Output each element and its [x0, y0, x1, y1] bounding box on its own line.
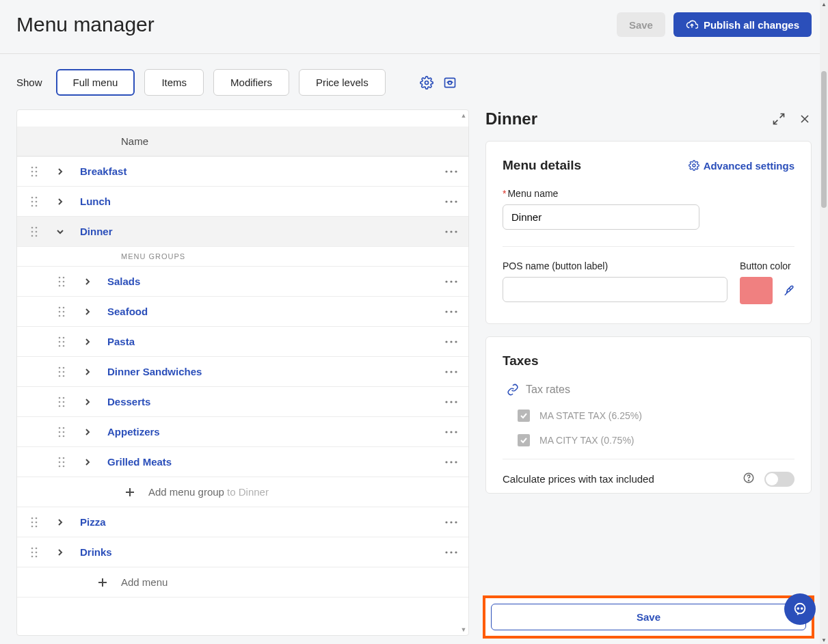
group-row-desserts[interactable]: Desserts — [17, 387, 468, 417]
menu-label[interactable]: Pizza — [80, 516, 106, 528]
more-icon[interactable] — [445, 461, 457, 464]
svg-point-20 — [455, 200, 457, 202]
calc-tax-toggle[interactable] — [764, 472, 794, 487]
group-label[interactable]: Desserts — [107, 396, 150, 407]
chevron-right-icon[interactable] — [81, 458, 94, 466]
menu-label[interactable]: Dinner — [80, 226, 113, 237]
menu-row-pizza[interactable]: Pizza — [17, 507, 468, 537]
advanced-settings-link[interactable]: Advanced settings — [689, 160, 794, 172]
chevron-down-icon[interactable] — [54, 228, 66, 236]
menu-name-input[interactable] — [503, 204, 699, 230]
svg-point-47 — [455, 310, 457, 312]
group-label[interactable]: Appetizers — [107, 426, 160, 438]
drag-handle-icon[interactable] — [55, 427, 68, 438]
save-button-top: Save — [617, 12, 665, 37]
gear-icon[interactable] — [420, 76, 433, 90]
drag-handle-icon[interactable] — [55, 366, 68, 377]
more-icon[interactable] — [445, 310, 457, 313]
tab-price-levels[interactable]: Price levels — [299, 69, 386, 96]
more-icon[interactable] — [445, 200, 457, 203]
checkbox-checked-icon[interactable] — [518, 434, 530, 446]
group-row-seafood[interactable]: Seafood — [17, 297, 468, 327]
more-icon[interactable] — [445, 340, 457, 343]
group-label[interactable]: Seafood — [107, 306, 148, 317]
drag-handle-icon[interactable] — [55, 306, 68, 317]
tab-modifiers[interactable]: Modifiers — [213, 69, 289, 96]
chevron-right-icon[interactable] — [54, 167, 66, 176]
drag-handle-icon[interactable] — [55, 457, 68, 468]
svg-point-50 — [59, 340, 61, 343]
group-row-appetizers[interactable]: Appetizers — [17, 417, 468, 447]
save-button-bottom[interactable]: Save — [491, 604, 806, 630]
chevron-right-icon[interactable] — [81, 338, 94, 346]
scroll-up-icon[interactable]: ▲ — [459, 111, 468, 120]
menu-row-breakfast[interactable]: Breakfast — [17, 157, 468, 187]
drag-handle-icon[interactable] — [55, 276, 68, 287]
preview-icon[interactable] — [443, 76, 457, 90]
svg-point-79 — [59, 435, 61, 437]
more-icon[interactable] — [445, 170, 457, 173]
tab-items[interactable]: Items — [144, 69, 204, 96]
group-label[interactable]: Dinner Sandwiches — [107, 366, 202, 377]
menu-row-lunch[interactable]: Lunch — [17, 187, 468, 217]
svg-point-36 — [445, 280, 447, 282]
drag-handle-icon[interactable] — [28, 547, 40, 558]
drag-handle-icon[interactable] — [28, 517, 40, 528]
close-icon[interactable] — [798, 112, 812, 126]
group-row-grilled-meats[interactable]: Grilled Meats — [17, 447, 468, 477]
more-icon[interactable] — [445, 371, 457, 373]
chevron-right-icon[interactable] — [54, 518, 66, 526]
menu-name-label: *Menu name — [503, 188, 794, 199]
pos-name-input[interactable] — [503, 277, 727, 302]
expand-icon[interactable] — [772, 112, 786, 126]
plus-icon — [124, 487, 136, 497]
group-label[interactable]: Grilled Meats — [107, 456, 172, 468]
more-icon[interactable] — [445, 280, 457, 283]
group-row-pasta[interactable]: Pasta — [17, 327, 468, 357]
more-icon[interactable] — [445, 521, 457, 524]
drag-handle-icon[interactable] — [28, 196, 40, 207]
scroll-up-icon[interactable]: ▲ — [820, 0, 828, 8]
drag-handle-icon[interactable] — [55, 336, 68, 347]
publish-button[interactable]: Publish all changes — [673, 12, 812, 37]
info-icon[interactable] — [743, 472, 755, 484]
chevron-right-icon[interactable] — [54, 198, 66, 206]
chevron-right-icon[interactable] — [81, 368, 94, 376]
checkbox-checked-icon[interactable] — [518, 410, 530, 422]
color-swatch[interactable] — [740, 277, 773, 304]
chevron-right-icon[interactable] — [54, 548, 66, 556]
drag-handle-icon[interactable] — [28, 226, 40, 237]
more-icon[interactable] — [445, 401, 457, 403]
tax-rates-link[interactable]: Tax rates — [507, 384, 570, 396]
group-label[interactable]: Salads — [107, 276, 140, 287]
menu-row-dinner[interactable]: Dinner — [17, 217, 468, 247]
add-menu-group-row[interactable]: Add menu group to Dinner — [17, 477, 468, 507]
chat-fab[interactable] — [784, 593, 816, 625]
eyedropper-icon[interactable] — [782, 284, 794, 297]
group-label[interactable]: Pasta — [107, 336, 135, 347]
svg-point-114 — [795, 604, 805, 614]
menu-label[interactable]: Lunch — [80, 196, 111, 207]
chevron-right-icon[interactable] — [81, 278, 94, 286]
tab-full-menu[interactable]: Full menu — [56, 69, 135, 96]
more-icon[interactable] — [445, 230, 457, 233]
menu-label[interactable]: Drinks — [80, 546, 112, 558]
scroll-down-icon[interactable]: ▼ — [459, 626, 468, 634]
svg-point-89 — [63, 465, 65, 467]
menu-row-drinks[interactable]: Drinks — [17, 537, 468, 567]
page-scrollbar[interactable]: ▲ ▼ — [820, 0, 828, 644]
chevron-right-icon[interactable] — [81, 398, 94, 406]
more-icon[interactable] — [445, 431, 457, 433]
chevron-right-icon[interactable] — [81, 428, 94, 436]
drag-handle-icon[interactable] — [28, 166, 40, 177]
add-menu-row[interactable]: Add menu — [17, 567, 468, 598]
group-row-salads[interactable]: Salads — [17, 267, 468, 297]
menu-label[interactable]: Breakfast — [80, 165, 126, 177]
group-row-dinner-sandwiches[interactable]: Dinner Sandwiches — [17, 357, 468, 387]
chevron-right-icon[interactable] — [81, 308, 94, 316]
more-icon[interactable] — [445, 551, 457, 554]
drag-handle-icon[interactable] — [55, 397, 68, 407]
svg-point-113 — [748, 480, 749, 481]
scrollbar-thumb[interactable] — [821, 71, 827, 208]
scroll-down-icon[interactable]: ▼ — [820, 636, 828, 644]
